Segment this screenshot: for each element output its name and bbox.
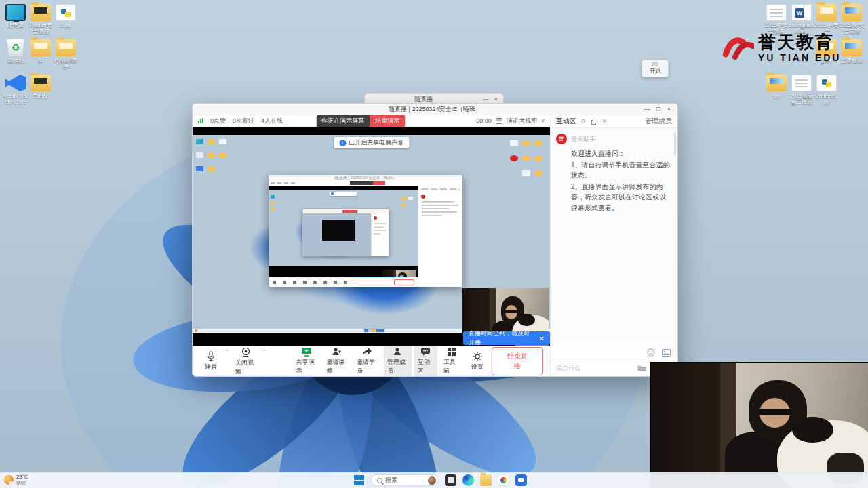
share-screen-button[interactable]: 共享演示 bbox=[292, 345, 320, 377]
desktop-icon-vscode[interactable]: Visual Studio Code bbox=[3, 75, 28, 105]
invite-teacher-button[interactable]: 邀请讲师 bbox=[323, 345, 351, 377]
chat-bubble-icon bbox=[420, 347, 431, 357]
end-live-button[interactable]: 结束直播 bbox=[492, 347, 543, 375]
file-icon bbox=[791, 75, 812, 92]
folder-icon bbox=[31, 75, 51, 92]
glasses bbox=[760, 409, 792, 415]
presenting-badge: 你正在演示屏幕 bbox=[316, 115, 370, 127]
chat-scrollbar[interactable] bbox=[674, 132, 676, 155]
taskbar-search[interactable]: 搜索 bbox=[371, 474, 439, 486]
mute-options-chevron[interactable]: ⌃ bbox=[225, 349, 229, 354]
gear-icon bbox=[473, 352, 482, 361]
emoji-icon[interactable] bbox=[647, 348, 655, 357]
invite-student-button[interactable]: 邀请学员 bbox=[353, 345, 381, 377]
desktop-icon-recycle-bin[interactable]: ♻ 回收站 bbox=[3, 39, 28, 64]
signal-icon bbox=[198, 118, 203, 123]
manage-members-button[interactable]: 管理成员 bbox=[384, 345, 412, 377]
assistant-name: 誉天助手 bbox=[571, 135, 595, 144]
desktop-icon-1py[interactable]: 1.py bbox=[53, 4, 79, 28]
nested-shared-desktop bbox=[269, 190, 418, 266]
camera-options-chevron[interactable]: ⌃ bbox=[262, 349, 267, 354]
desktop-icon-word-doc[interactable]: W changbao.docx bbox=[789, 4, 814, 35]
close-icon[interactable]: × bbox=[494, 96, 498, 102]
windows-taskbar: 23°C 晴朗 搜索 bbox=[0, 472, 868, 488]
desktop-icon-this-pc[interactable]: 此电脑 bbox=[3, 4, 28, 28]
desktop-icon-schedule-file[interactable]: 2025春安全班表 bbox=[764, 4, 789, 35]
window-titlebar[interactable]: 随直播 | 20250324安全IE（晚班） — □ × bbox=[193, 104, 677, 115]
camera-off-button[interactable]: 关闭视频 bbox=[232, 345, 260, 378]
views-count: 0次看过 bbox=[233, 117, 254, 125]
chat-tabrow: 互动区 ⟳ ✕ 管理成员 bbox=[551, 115, 677, 128]
desktop-icon-python-files-folder[interactable]: Python课件 bbox=[53, 39, 79, 70]
tab-interaction[interactable]: 互动区 bbox=[556, 117, 576, 126]
close-panel-icon[interactable]: ✕ bbox=[602, 118, 608, 125]
watermark-en-text: YU TIAN EDU bbox=[758, 52, 841, 63]
minimize-icon[interactable]: — bbox=[483, 96, 489, 102]
settings-button[interactable]: 设置 bbox=[466, 350, 489, 373]
stream-timer: 00:00 bbox=[476, 117, 492, 124]
presenter-webcam-feed bbox=[651, 363, 868, 488]
search-avatar bbox=[428, 476, 436, 485]
invite-student-icon bbox=[362, 347, 372, 357]
desktop-icon-fall-security-folder[interactable]: 2025秋-安全二班 bbox=[839, 4, 865, 35]
folder-icon bbox=[56, 39, 76, 56]
folder-attach-icon[interactable] bbox=[637, 365, 646, 371]
chat-input[interactable] bbox=[556, 365, 633, 371]
folder-icon bbox=[766, 75, 787, 92]
nested-video-frame bbox=[322, 220, 355, 241]
close-icon[interactable]: × bbox=[667, 106, 671, 113]
taskbar-app-edge[interactable] bbox=[462, 474, 474, 486]
file-icon bbox=[766, 4, 787, 21]
popout-icon[interactable] bbox=[591, 119, 597, 125]
nested-window-title: 随直播 | 20250324安全IE（晚班） bbox=[269, 175, 462, 180]
desktop-icon-untitled-py[interactable]: Untitled1.py bbox=[814, 75, 840, 105]
minimize-icon[interactable]: — bbox=[644, 106, 650, 113]
online-count: 4人在线 bbox=[261, 117, 283, 125]
close-icon[interactable]: ✕ bbox=[539, 335, 545, 342]
taskbar-app-live-stream[interactable] bbox=[515, 474, 527, 486]
share-screen-icon bbox=[301, 347, 312, 357]
likes-count: 0点赞 bbox=[210, 117, 226, 125]
microphone-icon bbox=[206, 351, 216, 361]
folder-icon bbox=[31, 4, 51, 21]
refresh-icon[interactable]: ⟳ bbox=[581, 118, 587, 125]
desktop-icon-class-videos-folder[interactable]: 上课视频 bbox=[839, 39, 865, 64]
toolbox-grid-icon bbox=[447, 347, 456, 357]
weather-desc: 晴朗 bbox=[16, 481, 28, 485]
window-title: 随直播 | 20250324安全IE（晚班） bbox=[193, 105, 677, 114]
chevron-down-icon[interactable]: ∨ bbox=[541, 118, 545, 123]
chat-quick-icons bbox=[551, 346, 677, 359]
members-icon bbox=[393, 347, 402, 357]
desktop-icon-ai-folder[interactable]: AI bbox=[28, 39, 54, 64]
desktop-icon-tax-folder[interactable]: tax bbox=[764, 75, 789, 99]
toolbox-button[interactable]: 工具箱 bbox=[440, 345, 463, 377]
yutian-watermark: 誉天教育 YU TIAN EDU bbox=[723, 33, 841, 63]
desktop-icon-label: 此电脑 bbox=[3, 22, 28, 28]
interaction-zone-button[interactable]: 互动区 bbox=[414, 345, 437, 377]
desktop-icon-spring-security-folder[interactable]: 2025春-安全 bbox=[814, 4, 840, 35]
weather-widget[interactable]: 23°C 晴朗 bbox=[4, 474, 28, 485]
tab-manage-members[interactable]: 管理成员 bbox=[645, 117, 672, 126]
view-mode-select[interactable]: 演讲者视图 bbox=[507, 117, 537, 125]
recycle-bin-icon: ♻ bbox=[5, 39, 26, 56]
start-button[interactable] bbox=[353, 474, 365, 486]
maximize-icon[interactable]: □ bbox=[656, 106, 660, 113]
mini-desktop-icon bbox=[196, 152, 203, 158]
desktop-icon-study-folder[interactable]: Study bbox=[28, 75, 54, 99]
chat-messages: 誉 誉天助手 欢迎进入直播间： 1、请自行调节手机音量至合适的状态。 2、直播界… bbox=[551, 128, 677, 346]
mini-desktop-icon bbox=[522, 140, 530, 146]
image-icon[interactable] bbox=[662, 349, 671, 357]
desktop-icon-class2-schedule-file[interactable]: 2025春安全二班表 bbox=[789, 75, 814, 105]
layout-icon bbox=[496, 118, 502, 124]
taskbar-app-paint[interactable] bbox=[498, 474, 509, 486]
mute-button[interactable]: 静音 bbox=[199, 349, 222, 373]
taskbar-app-photos[interactable] bbox=[445, 474, 456, 486]
taskbar-app-file-explorer[interactable] bbox=[480, 474, 492, 486]
nested-live-window: 随直播 | 20250324安全IE（晚班） bbox=[269, 175, 462, 287]
desktop-icon-python-course-folder[interactable]: Python安全课程 bbox=[28, 4, 54, 35]
nested-stage bbox=[269, 186, 418, 287]
audio-share-notice: i 已开启共享电脑声音 bbox=[334, 137, 409, 148]
mini-desktop-icon bbox=[208, 139, 215, 144]
mini-popup[interactable]: 开始 bbox=[642, 60, 669, 77]
stop-present-button[interactable]: 结束演示 bbox=[370, 115, 405, 127]
